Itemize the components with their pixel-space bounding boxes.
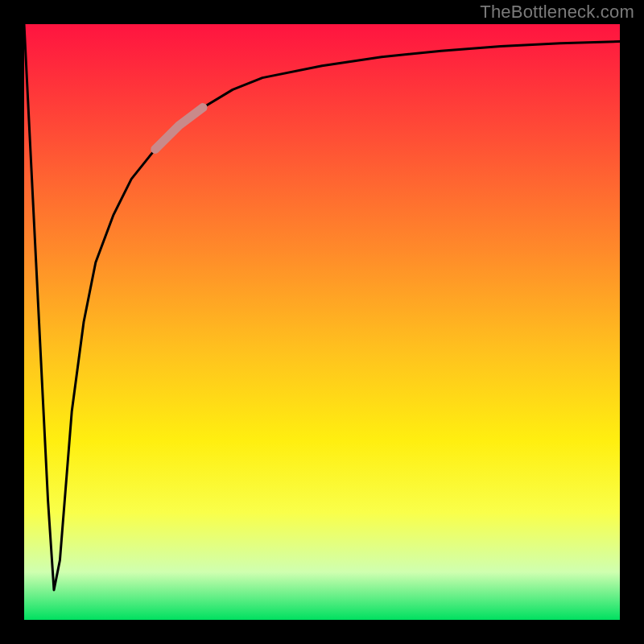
- curve-highlight-segment: [155, 108, 203, 150]
- chart-frame: TheBottleneck.com: [0, 0, 644, 644]
- watermark-text: TheBottleneck.com: [480, 2, 634, 23]
- bottleneck-curve: [24, 24, 620, 590]
- plot-area: [24, 24, 620, 620]
- curve-svg: [24, 24, 620, 620]
